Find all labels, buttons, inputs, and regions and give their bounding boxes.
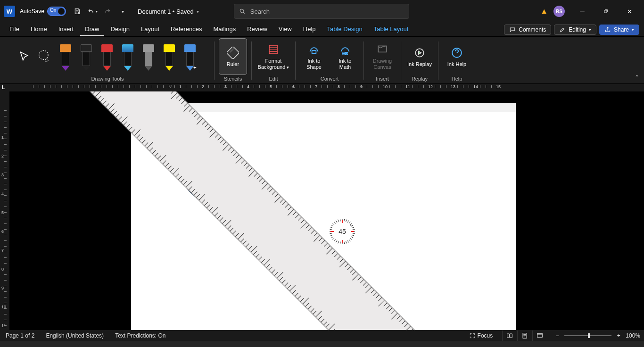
drawing-canvas-button: Drawing Canvas <box>369 39 396 74</box>
ink-help-button[interactable]: Ink Help <box>443 39 471 74</box>
tab-layout[interactable]: Layout <box>136 23 164 36</box>
tab-view[interactable]: View <box>274 23 297 36</box>
svg-line-24 <box>334 240 336 241</box>
pencil-gray[interactable] <box>140 42 157 71</box>
pen-black[interactable] <box>78 42 95 71</box>
angle-dial[interactable]: 45 ° <box>329 218 355 245</box>
svg-line-36 <box>338 220 339 222</box>
zoom-control: − + 100% <box>554 332 640 339</box>
read-mode-button[interactable] <box>502 330 516 341</box>
web-layout-button[interactable] <box>532 330 546 341</box>
lasso-tool[interactable] <box>35 43 53 70</box>
ink-to-shape-label: Ink to Shape <box>301 58 327 70</box>
vertical-ruler[interactable]: 1234567891011 <box>0 91 9 333</box>
customize-qat-icon[interactable]: ▾ <box>116 5 129 18</box>
canvas-icon <box>376 43 389 56</box>
ink-replay-label: Ink Replay <box>407 61 432 67</box>
pen-red[interactable] <box>99 42 116 71</box>
select-tool[interactable] <box>17 43 32 70</box>
search-input[interactable]: Search <box>234 4 409 19</box>
tab-file[interactable]: File <box>5 23 24 36</box>
word-logo-icon: W <box>4 6 15 17</box>
restore-button[interactable] <box>595 4 617 19</box>
pen-galaxy[interactable] <box>119 42 136 71</box>
group-label: Replay <box>412 76 428 83</box>
svg-line-40 <box>346 220 347 222</box>
save-icon[interactable] <box>71 5 84 18</box>
collapse-ribbon-icon[interactable]: ⌃ <box>635 74 639 81</box>
tab-table-design[interactable]: Table Design <box>322 23 367 36</box>
tab-home[interactable]: Home <box>26 23 52 36</box>
group-label: Insert <box>376 76 389 83</box>
share-button[interactable]: Share ▾ <box>599 25 639 35</box>
pen-blue-action[interactable] <box>182 42 198 71</box>
tab-insert[interactable]: Insert <box>54 23 79 36</box>
redo-icon[interactable] <box>101 5 114 18</box>
warning-icon[interactable]: ▲ <box>540 7 548 16</box>
tab-table-layout[interactable]: Table Layout <box>369 23 413 36</box>
zoom-level[interactable]: 100% <box>626 332 640 339</box>
pen-orange[interactable] <box>57 42 74 71</box>
tab-review[interactable]: Review <box>242 23 272 36</box>
group-label: Edit <box>269 76 278 83</box>
svg-line-30 <box>330 229 332 230</box>
minimize-button[interactable]: ─ <box>571 4 593 19</box>
close-button[interactable]: ✕ <box>619 4 640 19</box>
zoom-in-button[interactable]: + <box>615 332 622 339</box>
profile-avatar[interactable]: RS <box>553 6 565 17</box>
format-background-button[interactable]: Format Background ▾ <box>256 39 290 74</box>
document-title-text: Document 1 • Saved <box>138 8 194 15</box>
ink-to-shape-button[interactable]: Ink to Shape <box>300 39 328 74</box>
text-predictions-status[interactable]: Text Predictions: On <box>113 331 167 340</box>
horizontal-ruler[interactable]: L 123456789101112131415▽ <box>0 84 644 91</box>
draw-ribbon: Drawing Tools Ruler Stencils Format Back… <box>0 37 644 84</box>
svg-line-46 <box>353 229 355 230</box>
group-label: Stencils <box>224 76 242 83</box>
chevron-down-icon: ▾ <box>632 27 634 32</box>
ruler-stencil[interactable] <box>69 91 579 333</box>
tab-references[interactable]: References <box>166 23 206 36</box>
svg-line-18 <box>346 241 347 244</box>
status-bar: Page 1 of 2 English (United States) Text… <box>0 330 644 341</box>
svg-line-15 <box>350 238 352 240</box>
autosave-toggle[interactable]: AutoSave <box>20 7 66 16</box>
share-label: Share <box>614 26 629 33</box>
svg-line-42 <box>349 222 350 223</box>
ruler-button[interactable]: Ruler <box>219 39 247 74</box>
highlighter-yellow[interactable] <box>161 42 178 71</box>
taskbar-sliver <box>0 341 644 347</box>
ink-to-math-label: Ink to Math <box>332 58 358 70</box>
tab-selector-icon[interactable]: L <box>2 85 5 90</box>
ink-to-math-button[interactable]: ∞π Ink to Math <box>331 39 359 74</box>
svg-line-16 <box>349 240 350 241</box>
undo-icon[interactable]: ▾ <box>86 5 99 18</box>
svg-line-23 <box>336 240 338 242</box>
tab-mailings[interactable]: Mailings <box>209 23 241 36</box>
tab-draw[interactable]: Draw <box>80 23 104 36</box>
autosave-label: AutoSave <box>20 8 44 15</box>
ink-help-label: Ink Help <box>447 61 466 67</box>
tab-design[interactable]: Design <box>106 23 134 36</box>
svg-line-26 <box>331 237 333 238</box>
comments-button[interactable]: Comments <box>504 25 551 35</box>
chevron-down-icon: ▾ <box>589 27 591 32</box>
tab-help[interactable]: Help <box>298 23 321 36</box>
page-count[interactable]: Page 1 of 2 <box>4 331 36 340</box>
svg-line-41 <box>347 221 349 223</box>
document-title[interactable]: Document 1 • Saved ▾ <box>138 8 199 15</box>
focus-mode-button[interactable]: Focus <box>467 331 495 340</box>
zoom-slider[interactable] <box>564 335 611 336</box>
document-page[interactable]: 45 ° <box>131 103 516 333</box>
language-status[interactable]: English (United States) <box>44 331 106 340</box>
zoom-out-button[interactable]: − <box>554 332 561 339</box>
ink-replay-button[interactable]: Ink Replay <box>406 39 433 74</box>
svg-line-22 <box>338 241 339 244</box>
svg-line-19 <box>344 242 345 244</box>
print-layout-button[interactable] <box>517 330 531 341</box>
svg-rect-52 <box>537 333 542 337</box>
autosave-switch[interactable] <box>47 7 66 16</box>
view-mode-buttons <box>502 330 546 341</box>
editing-label: Editing <box>569 26 586 33</box>
editing-mode-button[interactable]: Editing ▾ <box>554 25 596 35</box>
comment-icon <box>509 26 516 33</box>
